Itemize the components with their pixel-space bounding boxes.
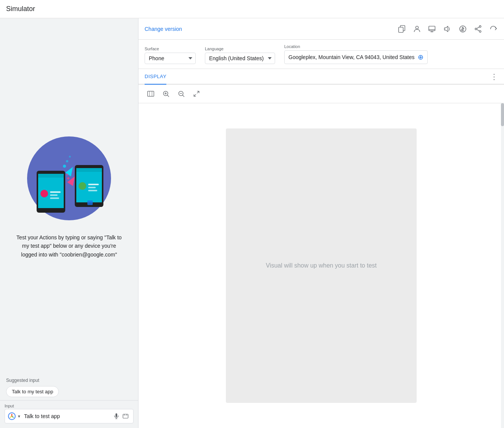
svg-rect-7 xyxy=(50,197,59,199)
svg-line-43 xyxy=(477,27,479,28)
svg-point-11 xyxy=(79,182,86,190)
settings-row: Surface Phone Smart Speaker Smart Displa… xyxy=(138,40,504,69)
language-group: Language English (United States) English… xyxy=(205,46,275,64)
input-label: Input xyxy=(5,404,134,408)
surface-label: Surface xyxy=(145,46,196,51)
svg-rect-5 xyxy=(50,191,61,193)
top-bar: Simulator xyxy=(0,0,504,18)
display-tab-bar: DISPLAY ⋮ xyxy=(138,69,504,85)
zoom-in-button[interactable] xyxy=(160,88,172,100)
svg-point-17 xyxy=(63,165,66,168)
location-input-wrapper[interactable]: Googleplex, Mountain View, CA 94043, Uni… xyxy=(284,50,428,64)
svg-point-21 xyxy=(66,173,68,175)
refresh-icon[interactable] xyxy=(489,24,498,34)
svg-line-54 xyxy=(183,95,184,97)
share-icon[interactable] xyxy=(473,24,483,34)
svg-point-42 xyxy=(479,30,481,32)
svg-line-44 xyxy=(477,29,479,31)
location-text: Googleplex, Mountain View, CA 94043, Uni… xyxy=(288,54,415,60)
input-wrapper: Input ▼ Talk to test app xyxy=(5,404,134,423)
dropdown-arrow-icon[interactable]: ▼ xyxy=(17,414,21,418)
app-title: Simulator xyxy=(6,5,35,13)
suggestion-chip[interactable]: Talk to my test app xyxy=(6,386,59,397)
visual-placeholder-text: Visual will show up when you start to te… xyxy=(266,262,377,269)
dollar-icon[interactable] xyxy=(458,24,467,34)
volume-icon[interactable] xyxy=(443,24,452,34)
svg-rect-6 xyxy=(50,194,58,196)
fullscreen-button[interactable] xyxy=(190,88,203,100)
svg-rect-13 xyxy=(88,187,96,188)
input-area: Input ▼ Talk to test app xyxy=(0,400,138,428)
surface-group: Surface Phone Smart Speaker Smart Displa… xyxy=(145,46,196,64)
language-label: Language xyxy=(205,46,275,51)
svg-rect-12 xyxy=(88,184,99,185)
fit-screen-button[interactable] xyxy=(145,88,157,100)
svg-point-4 xyxy=(40,190,48,197)
zoom-out-button[interactable] xyxy=(175,88,187,100)
person-icon[interactable] xyxy=(412,24,422,34)
mic-button[interactable] xyxy=(112,412,121,421)
main-layout: Test your Actions by typing or saying "T… xyxy=(0,18,504,428)
svg-rect-10 xyxy=(76,168,102,172)
left-content: Test your Actions by typing or saying "T… xyxy=(0,18,138,373)
toolbar-icons xyxy=(397,24,498,34)
right-toolbar: Change version xyxy=(138,18,504,40)
svg-point-33 xyxy=(415,26,418,29)
phone-preview: Visual will show up when you start to te… xyxy=(226,128,417,403)
svg-point-18 xyxy=(66,160,68,162)
display-toolbar xyxy=(138,85,504,103)
svg-rect-3 xyxy=(38,174,64,178)
scrollbar-track xyxy=(501,103,504,428)
input-row: ▼ Talk to test app xyxy=(5,409,134,423)
svg-point-40 xyxy=(479,26,481,27)
suggested-input-area: Suggested input Talk to my test app xyxy=(0,373,138,400)
display-tab[interactable]: DISPLAY xyxy=(145,69,166,85)
image-button[interactable] xyxy=(121,412,130,421)
desktop-icon[interactable] xyxy=(428,24,437,34)
suggested-label: Suggested input xyxy=(6,378,132,383)
right-panel: Change version xyxy=(138,18,504,428)
svg-rect-35 xyxy=(430,31,433,32)
location-group: Location Googleplex, Mountain View, CA 9… xyxy=(284,44,428,64)
svg-rect-34 xyxy=(429,26,435,30)
svg-rect-14 xyxy=(88,190,97,191)
change-version-button[interactable]: Change version xyxy=(145,26,182,32)
illustration xyxy=(23,133,115,224)
svg-rect-45 xyxy=(148,91,154,96)
right-panel-scroll: Visual will show up when you start to te… xyxy=(138,103,504,428)
scrollbar-thumb[interactable] xyxy=(501,103,504,126)
language-select[interactable]: English (United States) English (UK) Spa… xyxy=(205,53,275,64)
copy-icon[interactable] xyxy=(397,24,406,34)
input-text[interactable]: Talk to test app xyxy=(24,413,112,419)
svg-point-19 xyxy=(69,155,71,157)
svg-marker-37 xyxy=(444,26,448,32)
google-icon xyxy=(8,412,16,420)
svg-line-55 xyxy=(197,91,199,93)
svg-rect-27 xyxy=(123,414,128,418)
surface-select[interactable]: Phone Smart Speaker Smart Display xyxy=(145,53,196,64)
svg-rect-22 xyxy=(87,200,93,205)
description-text: Test your Actions by typing or saying "T… xyxy=(16,233,122,259)
display-area: Visual will show up when you start to te… xyxy=(138,103,504,428)
svg-rect-24 xyxy=(116,414,118,417)
svg-point-41 xyxy=(475,28,477,30)
left-panel: Test your Actions by typing or saying "T… xyxy=(0,18,138,428)
svg-point-20 xyxy=(67,177,69,180)
more-vert-icon[interactable]: ⋮ xyxy=(490,72,498,81)
location-label: Location xyxy=(284,44,428,49)
svg-line-51 xyxy=(167,95,169,97)
svg-rect-32 xyxy=(399,27,403,32)
location-icon[interactable]: ⊕ xyxy=(418,53,423,61)
svg-line-56 xyxy=(194,95,196,96)
